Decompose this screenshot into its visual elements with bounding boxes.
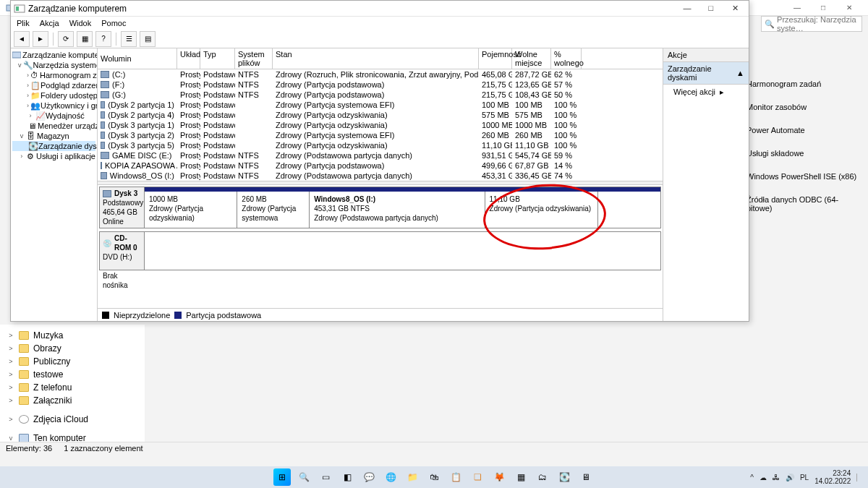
parent-close-button[interactable]: ✕ — [836, 4, 862, 12]
taskbar[interactable]: ⊞ 🔍 ▭ ◧ 💬 🌐 📁 🛍 📋 ❏ 🦊 ▦ 🗂 💽 🖥 ^ ☁ 🖧 🔊 PL… — [0, 466, 868, 488]
nav-icloud[interactable]: >Zdjęcia iCloud — [7, 413, 137, 426]
link-item[interactable]: Usługi składowe — [746, 142, 862, 165]
parent-maximize-button[interactable]: □ — [810, 4, 836, 12]
view-detail-button[interactable]: ▤ — [140, 31, 156, 47]
col-layout[interactable]: Układ — [177, 48, 200, 69]
volume-icon[interactable]: 🔊 — [786, 474, 794, 481]
tree-item[interactable]: ›👥Użytkownicy i grupy lokalne — [12, 100, 95, 111]
view-list-button[interactable]: ☰ — [121, 31, 137, 47]
taskview-button[interactable]: ▭ — [317, 468, 334, 486]
language-indicator[interactable]: PL — [800, 474, 809, 481]
link-item[interactable]: Windows PowerShell ISE (x86) — [746, 165, 862, 188]
tree-system-tools[interactable]: v🔧Narzędzia systemowe — [12, 60, 95, 70]
volume-row[interactable]: Windows8_OS (I:)ProstyPodstawowyNTFSZdro… — [98, 171, 663, 181]
app-button[interactable]: 🗂 — [534, 468, 551, 486]
tree-services[interactable]: ›⚙Usługi i aplikacje — [12, 151, 95, 161]
explorer-button[interactable]: 📁 — [404, 468, 421, 486]
col-capacity[interactable]: Pojemność — [479, 48, 512, 69]
tree-item[interactable]: 🖥Menedżer urządzeń — [12, 121, 95, 131]
console-tree[interactable]: Zarządzanie komputerem (lokalne) v🔧Narzę… — [11, 48, 98, 321]
partition-empty — [598, 192, 660, 228]
tree-item[interactable]: ›📁Foldery udostępnione — [12, 90, 95, 100]
partition[interactable]: 260 MBZdrowy (Partycja systemowa — [237, 192, 310, 228]
col-free[interactable]: Wolne miejsce — [512, 48, 551, 69]
partition[interactable]: 1000 MBZdrowy (Partycja odzyskiwania) — [145, 192, 237, 228]
app-button[interactable]: ▦ — [512, 468, 529, 486]
link-item[interactable]: Monitor zasobów — [746, 95, 862, 119]
services-icon: ⚙ — [27, 152, 35, 160]
menu-view[interactable]: Widok — [69, 19, 92, 27]
link-item[interactable]: Źródła danych ODBC (64-bitowe) — [746, 188, 862, 220]
volume-row[interactable]: (F:)ProstyPodstawowyNTFSZdrowy (Partycja… — [98, 80, 663, 90]
volume-row[interactable]: (G:)ProstyPodstawowyNTFSZdrowy (Partycja… — [98, 90, 663, 100]
refresh-button[interactable]: ⟳ — [58, 31, 74, 47]
nav-folder[interactable]: >Muzyka — [7, 329, 137, 342]
volume-row[interactable]: (Dysk 3 partycja 2)ProstyPodstawowyZdrow… — [98, 130, 663, 140]
volume-list[interactable]: (C:)ProstyPodstawowyNTFSZdrowy (Rozruch,… — [98, 69, 663, 181]
properties-button[interactable]: ▦ — [77, 31, 93, 47]
tree-storage[interactable]: v🗄Magazyn — [12, 131, 95, 141]
network-icon[interactable]: 🖧 — [773, 474, 780, 481]
col-pct[interactable]: % wolnego — [551, 48, 582, 69]
menu-help[interactable]: Pomoc — [101, 19, 126, 27]
start-button[interactable]: ⊞ — [273, 468, 291, 486]
chat-button[interactable]: 💬 — [360, 468, 378, 486]
tree-root[interactable]: Zarządzanie komputerem (lokalne) — [12, 50, 95, 60]
mmc-maximize-button[interactable]: □ — [700, 4, 722, 12]
show-desktop-button[interactable] — [856, 474, 864, 481]
parent-search-input[interactable]: 🔍 Przeszukaj: Narzędzia syste… — [761, 16, 862, 32]
app-button[interactable]: 📋 — [447, 468, 464, 486]
menu-action[interactable]: Akcja — [40, 19, 59, 27]
tree-item[interactable]: ›📈Wydajność — [12, 111, 95, 121]
volume-row[interactable]: (Dysk 2 partycja 1)ProstyPodstawowyZdrow… — [98, 100, 663, 110]
system-tray[interactable]: ^ ☁ 🖧 🔊 PL 23:24 14.02.2022 — [750, 469, 864, 485]
search-button[interactable]: 🔍 — [295, 468, 312, 486]
partition[interactable]: Windows8_OS (I:)453,31 GB NTFSZdrowy (Po… — [310, 192, 485, 228]
volume-list-header[interactable]: Wolumin Układ Typ System plików Stan Poj… — [98, 48, 663, 69]
forward-button[interactable]: ► — [33, 31, 48, 47]
col-type[interactable]: Typ — [200, 48, 235, 69]
col-status[interactable]: Stan — [273, 48, 479, 69]
mmc-close-button[interactable]: ✕ — [724, 4, 746, 13]
col-fs[interactable]: System plików — [235, 48, 273, 69]
tree-item[interactable]: ›📋Podgląd zdarzeń — [12, 80, 95, 90]
tree-disk-management[interactable]: 💽Zarządzanie dyskami — [12, 141, 95, 151]
disk-graphical-view[interactable]: Dysk 3 Podstawowy 465,64 GB Online 1000 … — [98, 185, 663, 308]
nav-folder[interactable]: >Z telefonu — [7, 381, 137, 394]
nav-folder[interactable]: >Publiczny — [7, 355, 137, 368]
col-volume[interactable]: Wolumin — [98, 48, 177, 69]
mmc-titlebar[interactable]: Zarządzanie komputerem — □ ✕ — [11, 1, 749, 17]
volume-row[interactable]: (C:)ProstyPodstawowyNTFSZdrowy (Rozruch,… — [98, 69, 663, 80]
tree-item[interactable]: ›⏱Harmonogram zadań — [12, 70, 95, 80]
app-button[interactable]: 💽 — [556, 468, 573, 486]
menu-file[interactable]: Plik — [17, 19, 30, 27]
office-button[interactable]: ❏ — [469, 468, 486, 486]
edge-button[interactable]: 🌐 — [382, 468, 399, 486]
link-item[interactable]: Harmonogram zadań — [746, 72, 862, 95]
volume-row[interactable]: KOPIA ZAPASOWA ACER (D:)ProstyPodstawowy… — [98, 160, 663, 171]
tray-chevron-icon[interactable]: ^ — [750, 474, 754, 481]
volume-row[interactable]: (Dysk 3 partycja 1)ProstyPodstawowyZdrow… — [98, 120, 663, 130]
cdrom-block[interactable]: 💿CD-ROM 0 DVD (H:) Brak nośnika — [99, 231, 661, 270]
widgets-button[interactable]: ◧ — [339, 468, 356, 486]
store-button[interactable]: 🛍 — [425, 468, 443, 486]
nav-folder[interactable]: >Załączniki — [7, 394, 137, 407]
clock[interactable]: 23:24 14.02.2022 — [814, 469, 851, 485]
actions-category[interactable]: Zarządzanie dyskami ▲ — [663, 62, 749, 85]
firefox-button[interactable]: 🦊 — [490, 468, 508, 486]
volume-row[interactable]: GAME DISC (E:)ProstyPodstawowyNTFSZdrowy… — [98, 150, 663, 160]
help-button[interactable]: ? — [95, 31, 111, 47]
volume-row[interactable]: (Dysk 2 partycja 4)ProstyPodstawowyZdrow… — [98, 110, 663, 120]
nav-folder[interactable]: >testowe — [7, 368, 137, 381]
mmc-minimize-button[interactable]: — — [676, 4, 698, 12]
partition[interactable]: 11,10 GBZdrowy (Partycja odzyskiwania) — [485, 192, 599, 228]
disk-3-block[interactable]: Dysk 3 Podstawowy 465,64 GB Online 1000 … — [99, 187, 661, 228]
app-button[interactable]: 🖥 — [577, 468, 595, 486]
nav-folder[interactable]: >Obrazy — [7, 342, 137, 355]
onedrive-icon[interactable]: ☁ — [760, 474, 767, 481]
back-button[interactable]: ◄ — [14, 31, 30, 47]
parent-minimize-button[interactable]: — — [784, 4, 810, 12]
link-item[interactable]: Power Automate — [746, 119, 862, 142]
actions-more[interactable]: Więcej akcji ▸ — [663, 85, 749, 100]
volume-row[interactable]: (Dysk 3 partycja 5)ProstyPodstawowyZdrow… — [98, 140, 663, 150]
